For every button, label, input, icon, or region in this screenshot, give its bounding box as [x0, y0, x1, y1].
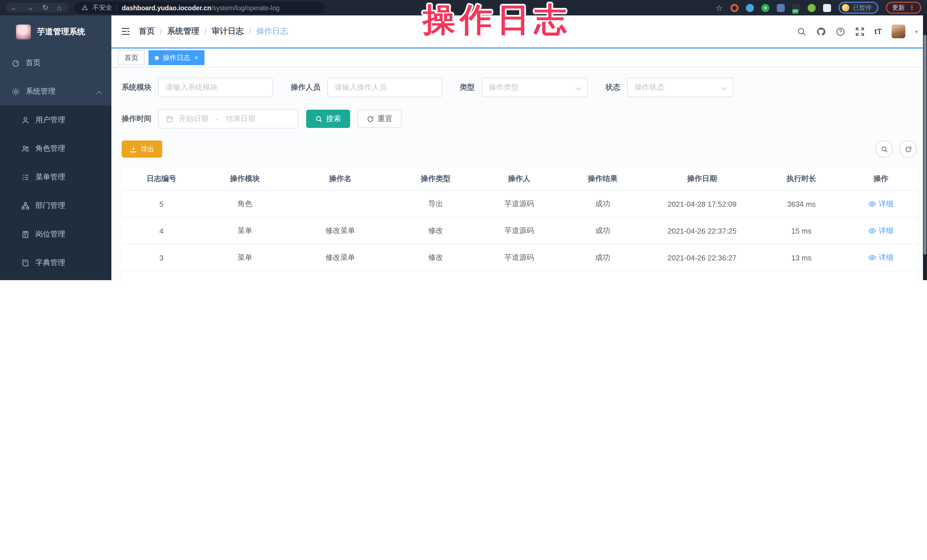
- detail-link[interactable]: 详细: [868, 252, 894, 263]
- paused-label: 已暂停: [853, 3, 872, 12]
- cell-duration: 3634 ms: [758, 190, 845, 217]
- url-path: /system/log/operate-log: [211, 4, 280, 11]
- tab-label: 操作日志: [163, 53, 190, 62]
- type-placeholder: 操作类型: [489, 82, 519, 93]
- show-search-button[interactable]: [875, 141, 893, 158]
- browser-update-button[interactable]: 更新 ⋮: [886, 2, 921, 14]
- browser-toolbar: ← → ↻ ⌂ 不安全 dashboard.yudao.iocoder.cn/s…: [0, 0, 927, 15]
- reset-button[interactable]: 重置: [357, 110, 401, 128]
- type-select[interactable]: 操作类型: [482, 78, 588, 97]
- search-icon[interactable]: [797, 27, 807, 36]
- help-icon[interactable]: [836, 27, 845, 36]
- close-icon[interactable]: ×: [194, 54, 198, 61]
- app-logo[interactable]: 芋道管理系统: [0, 15, 111, 49]
- search-button[interactable]: 搜索: [306, 110, 350, 128]
- refresh-icon: [367, 115, 374, 123]
- tab-operate-log[interactable]: 操作日志 ×: [149, 50, 205, 65]
- profile-paused-chip[interactable]: 已暂停: [839, 2, 878, 14]
- ext-on-badge: on: [792, 9, 798, 14]
- font-size-icon[interactable]: tT: [874, 27, 882, 36]
- bookmark-star-icon[interactable]: ☆: [715, 4, 723, 12]
- ext-drop-icon[interactable]: [746, 4, 754, 12]
- sidebar-toggle-icon[interactable]: [120, 26, 131, 36]
- cell-operator: 芋道源码: [480, 244, 559, 271]
- cell-operator: 芋道源码: [480, 217, 559, 244]
- eye-icon: [868, 226, 877, 234]
- scrollbar-thumb[interactable]: [924, 35, 926, 255]
- sidebar-item-posts[interactable]: 岗位管理: [0, 220, 111, 249]
- sidebar-item-system[interactable]: 系统管理: [0, 77, 111, 106]
- column-header: 执行时长: [758, 167, 845, 190]
- ext-ublock-icon[interactable]: [731, 4, 739, 12]
- github-icon[interactable]: [816, 27, 826, 36]
- reset-button-label: 重置: [378, 114, 392, 124]
- cell-result: 成功: [559, 271, 646, 280]
- status-placeholder: 操作状态: [635, 82, 664, 93]
- avatar-caret-icon[interactable]: ▾: [915, 28, 918, 35]
- cell-name: [289, 190, 392, 217]
- address-bar[interactable]: 不安全 dashboard.yudao.iocoder.cn/system/lo…: [74, 2, 324, 14]
- breadcrumb: 首页 / 系统管理 / 审计日志 / 操作日志: [139, 26, 288, 36]
- users-icon: [21, 144, 30, 153]
- sidebar-item-dictionary[interactable]: 字典管理: [0, 249, 111, 277]
- column-header: 操作名: [289, 167, 392, 190]
- eye-icon: [868, 200, 877, 208]
- sidebar-item-announcements[interactable]: 通知公告: [0, 277, 111, 280]
- export-button-label: 导出: [140, 144, 154, 154]
- cell-date: 2021-04-26 22:36:27: [646, 244, 758, 271]
- ext-vue-devtools-icon[interactable]: v: [761, 4, 769, 12]
- breadcrumb-separator: /: [249, 27, 251, 36]
- filter-operator: 操作人员 请输入操作人员: [291, 78, 442, 97]
- breadcrumb-home[interactable]: 首页: [139, 26, 155, 36]
- fullscreen-icon[interactable]: [855, 27, 865, 36]
- active-dot-icon: [155, 56, 159, 60]
- module-placeholder: 请输入系统模块: [166, 82, 217, 93]
- sidebar-item-roles[interactable]: 角色管理: [0, 134, 111, 163]
- cell-date: 2021-04-28 17:52:09: [646, 190, 758, 217]
- browser-menu-icon[interactable]: ⋮: [909, 4, 915, 11]
- sidebar-item-menus[interactable]: 菜单管理: [0, 163, 111, 191]
- export-button[interactable]: 导出: [122, 141, 162, 158]
- sidebar-item-users[interactable]: 用户管理: [0, 106, 111, 134]
- ext-switch-icon[interactable]: on: [792, 4, 800, 12]
- user-avatar[interactable]: [892, 24, 905, 38]
- breadcrumb-audit-log[interactable]: 审计日志: [212, 26, 244, 36]
- browser-extensions: ☆ v on 已暂停 更新 ⋮: [715, 2, 921, 14]
- tags-view-bar: 首页 操作日志 ×: [111, 49, 927, 67]
- browser-forward-icon[interactable]: →: [26, 4, 34, 11]
- breadcrumb-system[interactable]: 系统管理: [167, 26, 199, 36]
- browser-back-icon[interactable]: ←: [10, 4, 18, 11]
- detail-link[interactable]: 详细: [868, 279, 894, 280]
- cell-duration: 13 ms: [758, 244, 845, 271]
- sidebar-item-home[interactable]: 首页: [0, 49, 111, 77]
- refresh-table-button[interactable]: [900, 141, 917, 158]
- detail-link[interactable]: 详细: [868, 199, 894, 209]
- search-icon: [880, 145, 888, 153]
- tab-home[interactable]: 首页: [118, 50, 144, 65]
- filter-time: 操作时间 开始日期 - 结束日期: [122, 109, 298, 129]
- search-button-label: 搜索: [326, 114, 341, 124]
- module-input[interactable]: 请输入系统模块: [158, 78, 273, 97]
- security-label[interactable]: 不安全: [93, 3, 112, 12]
- url-text[interactable]: dashboard.yudao.iocoder.cn/system/log/op…: [122, 4, 280, 11]
- dashboard-icon: [11, 59, 20, 67]
- column-header: 日志编号: [122, 167, 201, 190]
- status-select[interactable]: 操作状态: [627, 78, 733, 97]
- detail-link-label: 详细: [879, 225, 894, 235]
- cell-duration: 15 ms: [758, 271, 845, 280]
- sidebar-item-departments[interactable]: 部门管理: [0, 191, 111, 220]
- ext-puzzle-icon[interactable]: [823, 4, 831, 12]
- browser-home-icon[interactable]: ⌂: [57, 4, 62, 11]
- date-range-picker[interactable]: 开始日期 - 结束日期: [158, 109, 298, 129]
- warning-icon: [82, 5, 88, 11]
- cell-log-id: 2: [122, 271, 201, 280]
- detail-link[interactable]: 详细: [868, 225, 894, 235]
- window-scrollbar[interactable]: [923, 15, 927, 280]
- ext-tabs-icon[interactable]: [777, 4, 785, 12]
- ext-leaf-icon[interactable]: [808, 4, 816, 12]
- tab-label: 首页: [125, 53, 138, 62]
- operator-input[interactable]: 请输入操作人员: [327, 78, 442, 97]
- chevron-up-icon: [97, 87, 101, 96]
- browser-reload-icon[interactable]: ↻: [42, 4, 49, 11]
- chevron-down-icon: [721, 85, 727, 90]
